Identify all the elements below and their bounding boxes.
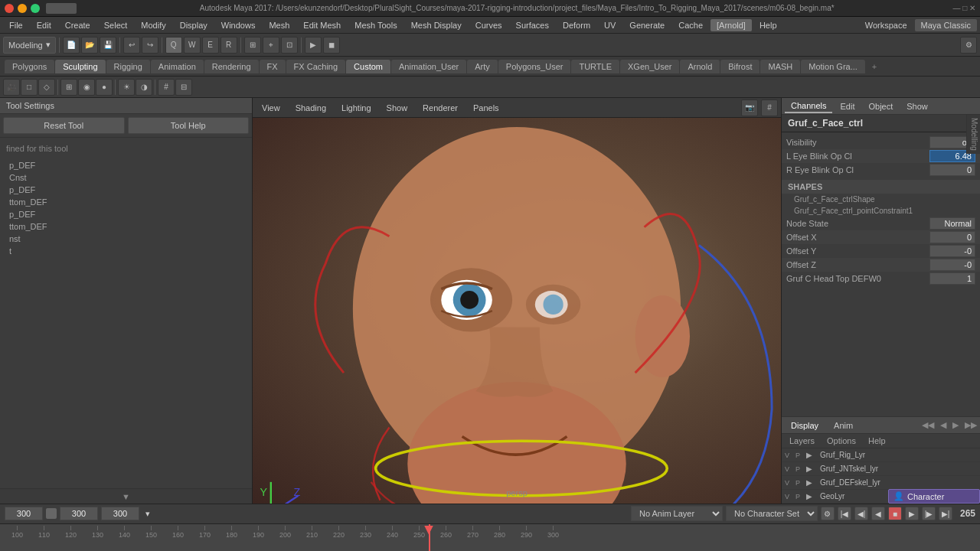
mode-dropdown[interactable]: Modeling ▾: [3, 37, 56, 54]
anim-layer-select[interactable]: No Anim Layer: [631, 506, 723, 521]
shadow-btn[interactable]: ◑: [136, 79, 152, 96]
vp-grid-icon[interactable]: #: [761, 99, 778, 116]
current-frame-field[interactable]: [60, 507, 98, 520]
menu-edit-mesh[interactable]: Edit Mesh: [297, 19, 347, 31]
open-btn[interactable]: 📂: [81, 37, 98, 54]
edit-tab[interactable]: Edit: [834, 100, 861, 112]
ipr-btn[interactable]: ◼: [323, 37, 340, 54]
add-tab-button[interactable]: +: [866, 60, 883, 73]
workspace-value[interactable]: Maya Classic: [915, 19, 977, 31]
menu-select[interactable]: Select: [98, 19, 134, 31]
timeline[interactable]: 100 110 120 130 140 150 160 170 180 190 …: [0, 524, 980, 551]
menu-edit[interactable]: Edit: [31, 19, 57, 31]
renderer-menu[interactable]: Renderer: [416, 102, 464, 114]
tab-mash[interactable]: MASH: [760, 60, 800, 73]
step-forward-btn[interactable]: |▶: [922, 507, 936, 520]
tab-polygons[interactable]: Polygons: [5, 60, 54, 73]
menu-arnold[interactable]: [Arnold]: [710, 19, 752, 31]
layers-arrow-next[interactable]: ▶▶: [965, 420, 977, 430]
close-button[interactable]: [5, 4, 14, 13]
layers-arrow-left[interactable]: ◀: [940, 420, 946, 430]
menu-generate[interactable]: Generate: [623, 19, 671, 31]
vp-cam-icon[interactable]: 📷: [741, 99, 758, 116]
object-tab[interactable]: Object: [862, 100, 899, 112]
layers-arrow-right[interactable]: ▶: [952, 420, 959, 430]
play-forward-btn[interactable]: ▶: [905, 507, 919, 520]
menu-file[interactable]: File: [3, 19, 29, 31]
r-eye-blink-value[interactable]: 0: [929, 164, 975, 176]
tab-animation[interactable]: Animation: [151, 60, 204, 73]
end-frame-field[interactable]: [101, 507, 139, 520]
menu-windows[interactable]: Windows: [215, 19, 262, 31]
node-p-def-1[interactable]: p_DEF: [6, 159, 246, 171]
viewport[interactable]: View Shading Lighting Show Renderer Pane…: [253, 98, 781, 504]
char-set-select[interactable]: No Character Set: [726, 506, 818, 521]
jump-to-end-btn[interactable]: ▶|: [939, 507, 952, 520]
new-scene-btn[interactable]: 📄: [63, 37, 80, 54]
anim-layers-tab[interactable]: Anim: [828, 419, 859, 432]
settings-icon-btn[interactable]: ⚙: [821, 507, 835, 520]
start-frame-field[interactable]: [5, 507, 43, 520]
menu-help[interactable]: Help: [753, 19, 783, 31]
tab-arnold[interactable]: Arnold: [680, 60, 720, 73]
offset-z-value[interactable]: -0: [929, 259, 975, 271]
undo-btn[interactable]: ↩: [123, 37, 140, 54]
menu-modify[interactable]: Modify: [135, 19, 172, 31]
tab-custom[interactable]: Custom: [346, 60, 390, 73]
ortho-btn[interactable]: □: [21, 79, 38, 96]
panels-menu[interactable]: Panels: [467, 102, 505, 114]
node-ttom-def-2[interactable]: ttom_DEF: [6, 220, 246, 233]
node-ttom-def-1[interactable]: ttom_DEF: [6, 196, 246, 208]
snap-grid-btn[interactable]: ⊞: [244, 37, 261, 54]
show-tab[interactable]: Show: [900, 100, 934, 112]
frame-range-dropdown[interactable]: ▾: [145, 509, 150, 519]
tab-animation-user[interactable]: Animation_User: [391, 60, 466, 73]
render-btn[interactable]: ▶: [305, 37, 322, 54]
layer-jnt[interactable]: V P ▶ Gruf_JNTskel_lyr: [782, 462, 980, 476]
viewport-canvas[interactable]: X Y Z persp: [253, 118, 781, 504]
tab-fx[interactable]: FX: [260, 60, 286, 73]
settings-btn[interactable]: ⚙: [960, 37, 977, 54]
menu-mesh-display[interactable]: Mesh Display: [405, 19, 468, 31]
menu-curves[interactable]: Curves: [469, 19, 508, 31]
tab-rigging[interactable]: Rigging: [106, 60, 150, 73]
node-t[interactable]: t: [6, 245, 246, 257]
display-layers-tab[interactable]: Display: [785, 419, 825, 432]
move-btn[interactable]: W: [184, 37, 201, 54]
step-back-btn[interactable]: ◀|: [854, 507, 868, 520]
channels-tab[interactable]: Channels: [785, 99, 832, 113]
node-nst[interactable]: nst: [6, 233, 246, 245]
menu-display[interactable]: Display: [174, 19, 214, 31]
light-btn[interactable]: ☀: [118, 79, 135, 96]
camera-btn[interactable]: 🎥: [3, 79, 20, 96]
grid-btn[interactable]: #: [158, 79, 175, 96]
menu-mesh[interactable]: Mesh: [263, 19, 296, 31]
node-state-value[interactable]: Normal: [929, 217, 975, 230]
menu-deform[interactable]: Deform: [557, 19, 596, 31]
menu-mesh-tools[interactable]: Mesh Tools: [348, 19, 403, 31]
tab-rendering[interactable]: Rendering: [204, 60, 259, 73]
menu-uv[interactable]: UV: [598, 19, 622, 31]
shape-item-point-constraint[interactable]: Gruf_c_Face_ctrl_pointConstraint1: [782, 205, 980, 217]
tab-sculpting[interactable]: Sculpting: [55, 60, 105, 73]
step-back-frame-btn[interactable]: ◀: [871, 507, 885, 520]
snap-curve-btn[interactable]: ⌖: [263, 37, 279, 54]
shading-menu[interactable]: Shading: [289, 102, 332, 114]
layer-def-skel[interactable]: V P ▶ Gruf_DEFskel_lyr: [782, 476, 980, 490]
tab-polygons-user[interactable]: Polygons_User: [498, 60, 571, 73]
lighting-menu[interactable]: Lighting: [335, 102, 377, 114]
shaded-btn[interactable]: ◉: [78, 79, 95, 96]
tab-motion-gra[interactable]: Motion Gra...: [801, 60, 865, 73]
stop-btn[interactable]: ■: [888, 507, 902, 520]
offset-y-value[interactable]: -0: [929, 245, 975, 257]
layer-rig[interactable]: V P ▶ Gruf_Rig_Lyr: [782, 448, 980, 462]
offset-x-value[interactable]: 0: [929, 231, 975, 243]
perspective-btn[interactable]: ◇: [38, 79, 55, 96]
maximize-button[interactable]: [31, 4, 40, 13]
options-option[interactable]: Options: [822, 435, 861, 446]
save-btn[interactable]: 💾: [100, 37, 116, 54]
node-cnst[interactable]: Cnst: [6, 171, 246, 184]
tab-arty[interactable]: Arty: [467, 60, 498, 73]
character-set-indicator[interactable]: 👤 Character: [888, 489, 980, 504]
help-option[interactable]: Help: [864, 435, 890, 446]
